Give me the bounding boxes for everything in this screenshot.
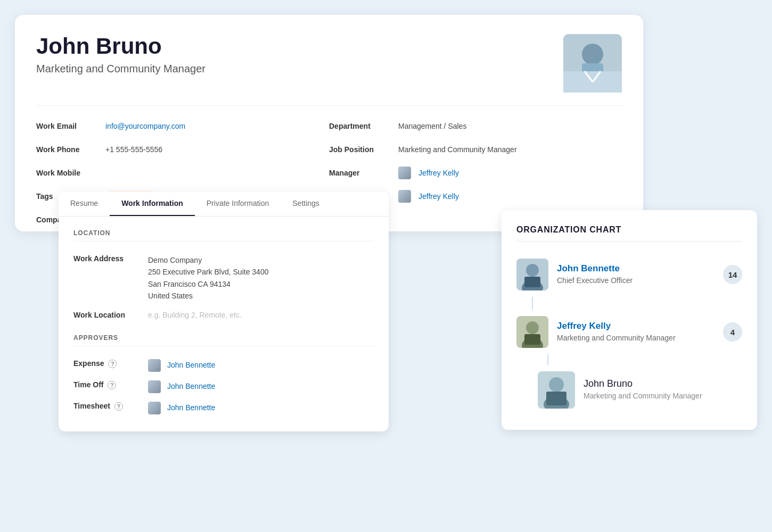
work-address-value: Demo Company 250 Executive Park Blvd, Su… — [148, 254, 268, 302]
work-location-input[interactable]: e.g. Building 2, Remote, etc. — [148, 311, 242, 319]
timesheet-row: Timesheet ? John Bennette — [73, 397, 374, 419]
timesheet-help-icon[interactable]: ? — [114, 402, 123, 411]
tab-resume[interactable]: Resume — [59, 192, 110, 216]
time-off-approver-avatar — [148, 380, 161, 393]
org-self-name: John Bruno — [584, 378, 702, 389]
work-location-row: Work Location e.g. Building 2, Remote, e… — [73, 306, 374, 323]
timesheet-approver-name[interactable]: John Bennette — [167, 402, 215, 413]
department-row: Department Management / Sales — [329, 114, 622, 138]
work-phone-row: Work Phone +1 555-555-5556 — [36, 138, 329, 161]
job-position-value: Marketing and Community Manager — [398, 145, 517, 154]
department-value: Management / Sales — [398, 122, 466, 130]
org-manager-title: Marketing and Community Manager — [557, 333, 723, 344]
work-mobile-row: Work Mobile — [36, 161, 329, 185]
time-off-label: Time Off ? — [73, 380, 148, 389]
manager-name[interactable]: Jeffrey Kelly — [418, 169, 459, 177]
org-ceo-title: Chief Executive Officer — [557, 276, 723, 286]
tab-private-information[interactable]: Private Information — [195, 192, 281, 216]
address-line1: Demo Company — [148, 254, 268, 266]
svg-rect-10 — [524, 277, 540, 287]
org-line-1 — [532, 297, 533, 310]
svg-point-16 — [549, 377, 564, 392]
department-label: Department — [329, 122, 398, 130]
manager-row: Manager Jeffrey Kelly — [329, 161, 622, 185]
time-off-approver-name[interactable]: John Bennette — [167, 380, 215, 392]
employee-name: John Bruno — [36, 34, 206, 59]
org-ceo-row: John Bennette Chief Executive Officer 14 — [516, 252, 742, 297]
tab-work-information[interactable]: Work Information — [110, 192, 195, 216]
work-location-label: Work Location — [73, 311, 148, 319]
manager-value: Jeffrey Kelly — [398, 167, 459, 179]
work-email-value[interactable]: info@yourcompany.com — [105, 122, 185, 130]
timesheet-approver-avatar — [148, 402, 161, 414]
org-chart-title: ORGANIZATION CHART — [516, 225, 742, 242]
work-address-row: Work Address Demo Company 250 Executive … — [73, 250, 374, 306]
work-info-content: LOCATION Work Address Demo Company 250 E… — [59, 217, 389, 431]
org-ceo-count: 14 — [723, 265, 742, 284]
expense-approver-avatar — [148, 359, 161, 372]
org-ceo-avatar — [516, 259, 548, 290]
address-line4: United States — [148, 290, 268, 302]
timesheet-label: Timesheet ? — [73, 402, 148, 411]
timesheet-value: John Bennette — [148, 402, 215, 414]
org-manager-row: Jeffrey Kelly Marketing and Community Ma… — [516, 310, 742, 354]
org-ceo-name[interactable]: John Bennette — [557, 263, 723, 274]
manager-avatar — [398, 167, 411, 179]
org-connector-2 — [543, 354, 742, 365]
location-section-heading: LOCATION — [73, 229, 374, 242]
tab-settings[interactable]: Settings — [281, 192, 331, 216]
org-self-avatar — [538, 371, 575, 409]
svg-point-8 — [526, 264, 539, 277]
svg-rect-18 — [546, 392, 566, 405]
work-address-label: Work Address — [73, 254, 148, 263]
svg-rect-14 — [524, 334, 540, 345]
employee-avatar — [563, 34, 622, 93]
org-manager-avatar — [516, 316, 548, 348]
org-ceo-info: John Bennette Chief Executive Officer — [557, 263, 723, 286]
coach-name[interactable]: Jeffrey Kelly — [418, 192, 459, 201]
org-self-title: Marketing and Community Manager — [584, 391, 702, 402]
org-self-row: John Bruno Marketing and Community Manag… — [538, 365, 742, 415]
org-line-2 — [547, 354, 548, 365]
job-position-row: Job Position Marketing and Community Man… — [329, 138, 622, 161]
expense-approver-name[interactable]: John Bennette — [167, 359, 215, 371]
address-line3: San Francisco CA 94134 — [148, 278, 268, 290]
org-manager-info: Jeffrey Kelly Marketing and Community Ma… — [557, 321, 723, 344]
expense-help-icon[interactable]: ? — [108, 360, 117, 368]
approvers-section: APPROVERS Expense ? John Bennette Time O… — [73, 334, 374, 419]
coach-avatar — [398, 190, 411, 203]
manager-label: Manager — [329, 169, 398, 177]
time-off-value: John Bennette — [148, 380, 215, 393]
time-off-row: Time Off ? John Bennette — [73, 376, 374, 397]
work-phone-label: Work Phone — [36, 145, 105, 154]
org-manager-count: 4 — [723, 322, 742, 342]
work-email-label: Work Email — [36, 122, 105, 130]
job-position-label: Job Position — [329, 145, 398, 154]
approvers-section-heading: APPROVERS — [73, 334, 374, 346]
work-mobile-label: Work Mobile — [36, 169, 105, 177]
org-manager-name[interactable]: Jeffrey Kelly — [557, 321, 723, 331]
work-info-card: Resume Work Information Private Informat… — [59, 192, 389, 431]
org-chart-card: ORGANIZATION CHART John Bennette Chief E… — [502, 210, 757, 430]
org-connector-1 — [532, 297, 742, 310]
svg-point-1 — [582, 44, 603, 65]
expense-value: John Bennette — [148, 359, 215, 372]
time-off-help-icon[interactable]: ? — [108, 381, 116, 389]
expense-label: Expense ? — [73, 359, 148, 368]
employee-title: Marketing and Community Manager — [36, 63, 206, 75]
tabs-bar: Resume Work Information Private Informat… — [59, 192, 389, 217]
expense-row: Expense ? John Bennette — [73, 355, 374, 376]
work-phone-value: +1 555-555-5556 — [105, 145, 162, 154]
svg-point-12 — [526, 321, 539, 334]
address-line2: 250 Executive Park Blvd, Suite 3400 — [148, 266, 268, 278]
work-email-row: Work Email info@yourcompany.com — [36, 114, 329, 138]
coach-value: Jeffrey Kelly — [398, 190, 459, 203]
org-self-info: John Bruno Marketing and Community Manag… — [584, 378, 702, 402]
employee-header-info: John Bruno Marketing and Community Manag… — [36, 34, 206, 75]
